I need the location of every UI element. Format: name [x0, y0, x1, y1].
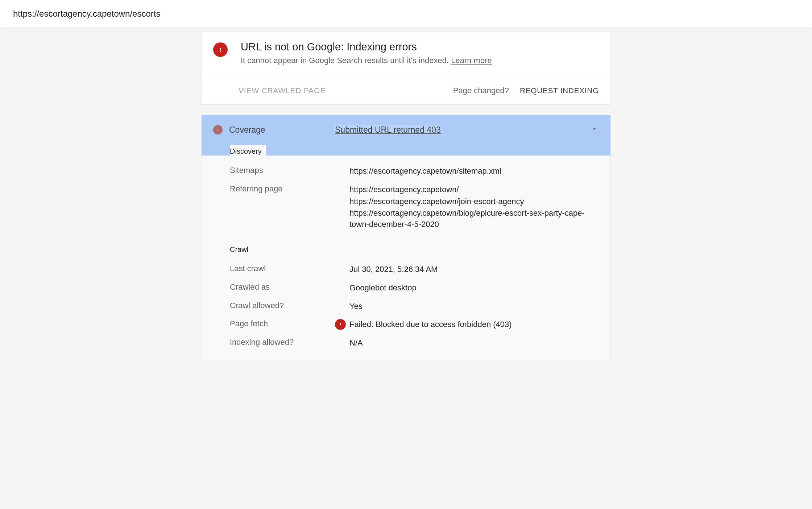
page-changed-label: Page changed?: [453, 86, 509, 95]
discovery-header-bar: Discovery: [202, 145, 610, 156]
referring-row: Referring page https://escortagency.cape…: [202, 181, 610, 235]
coverage-body: Discovery Sitemaps https://escortagency.…: [202, 145, 610, 360]
error-icon: [335, 319, 346, 330]
status-subtitle: It cannot appear in Google Search result…: [241, 56, 492, 65]
sitemaps-row: Sitemaps https://escortagency.capetown/s…: [202, 162, 610, 181]
referring-value: https://escortagency.capetown/: [349, 184, 599, 195]
view-crawled-button: VIEW CRAWLED PAGE: [239, 86, 326, 95]
indexing-allowed-label: Indexing allowed?: [230, 338, 349, 347]
coverage-header[interactable]: Coverage Submitted URL returned 403: [202, 115, 610, 145]
coverage-status-icon-wrap: [213, 125, 223, 135]
chevron-up-icon: [590, 124, 599, 135]
sitemaps-label: Sitemaps: [230, 166, 349, 175]
referring-value: https://escortagency.capetown/blog/epicu…: [349, 208, 599, 230]
last-crawl-value: Jul 30, 2021, 5:26:34 AM: [349, 264, 438, 275]
crawled-as-row: Crawled as Googlebot desktop: [202, 279, 610, 297]
page-fetch-value: Failed: Blocked due to access forbidden …: [349, 319, 512, 330]
status-title: URL is not on Google: Indexing errors: [241, 41, 492, 53]
last-crawl-label: Last crawl: [230, 264, 349, 273]
crawl-allowed-label: Crawl allowed?: [230, 301, 349, 310]
error-icon: [213, 42, 228, 57]
referring-values: https://escortagency.capetown/ https://e…: [349, 184, 599, 231]
request-indexing-button[interactable]: REQUEST INDEXING: [520, 86, 599, 95]
page-fetch-row: Page fetch Failed: Blocked due to access…: [202, 315, 610, 334]
indexing-allowed-row: Indexing allowed? N/A: [202, 334, 610, 352]
sitemaps-value: https://escortagency.capetown/sitemap.xm…: [349, 166, 501, 177]
indexing-allowed-value: N/A: [349, 338, 363, 349]
main-content: URL is not on Google: Indexing errors It…: [202, 28, 610, 360]
crawled-as-value: Googlebot desktop: [349, 282, 417, 294]
url-bar[interactable]: https://escortagency.capetown/escorts: [0, 0, 812, 28]
crawled-as-label: Crawled as: [230, 282, 349, 292]
error-icon: [213, 125, 223, 135]
coverage-label: Coverage: [229, 125, 334, 135]
coverage-value: Submitted URL returned 403: [334, 125, 442, 135]
page-fetch-icon-cell: [333, 319, 346, 330]
status-card: URL is not on Google: Indexing errors It…: [202, 32, 610, 104]
actions-row: VIEW CRAWLED PAGE Page changed? REQUEST …: [202, 77, 610, 104]
crawl-title: Crawl: [202, 235, 610, 260]
status-subtitle-text: It cannot appear in Google Search result…: [241, 56, 451, 65]
crawl-allowed-row: Crawl allowed? Yes: [202, 297, 610, 316]
learn-more-link[interactable]: Learn more: [451, 56, 492, 65]
referring-label: Referring page: [230, 184, 349, 194]
status-text: URL is not on Google: Indexing errors It…: [241, 41, 492, 65]
actions-right: Page changed? REQUEST INDEXING: [453, 86, 599, 95]
referring-value: https://escortagency.capetown/join-escor…: [349, 196, 599, 207]
crawl-allowed-value: Yes: [349, 301, 362, 312]
page-fetch-label: Page fetch: [230, 319, 349, 328]
discovery-title: Discovery: [230, 145, 266, 156]
status-section: URL is not on Google: Indexing errors It…: [202, 32, 610, 77]
coverage-card: Coverage Submitted URL returned 403 Disc…: [202, 115, 610, 360]
last-crawl-row: Last crawl Jul 30, 2021, 5:26:34 AM: [202, 260, 610, 279]
